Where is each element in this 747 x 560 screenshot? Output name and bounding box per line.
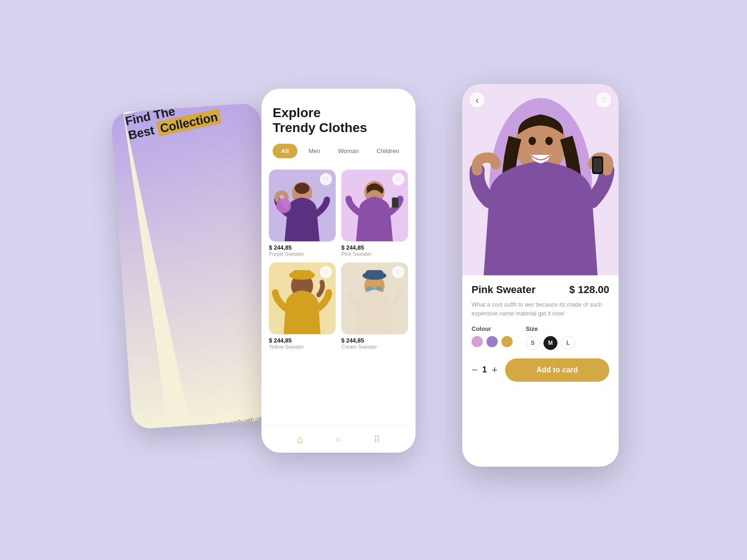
size-m[interactable]: M — [543, 336, 557, 350]
swatch-pink[interactable] — [472, 336, 483, 347]
filter-tabs: All Men Woman Children — [273, 144, 404, 158]
nav-home-icon[interactable]: ⌂ — [296, 434, 303, 446]
product-hero: ‹ ♡ — [462, 84, 619, 275]
product-card-2[interactable]: ♡ $ 244,85 Pink Sweater — [341, 169, 408, 257]
phone-1-landing: Find The Best Collection Get your dream … — [111, 103, 282, 430]
svg-point-29 — [529, 137, 536, 145]
svg-point-30 — [545, 137, 553, 145]
quantity-plus[interactable]: + — [492, 365, 498, 375]
explore-title: Explore Trendy Clothes — [273, 105, 404, 135]
filter-children[interactable]: Children — [370, 144, 405, 158]
name-3: Yellow Sweater — [269, 344, 336, 350]
phone-3-detail: ‹ ♡ — [462, 84, 619, 467]
size-option: Size S M L — [526, 325, 575, 350]
quantity-value: 1 — [482, 365, 487, 375]
explore-header: Explore Trendy Clothes All Men Woman Chi… — [261, 89, 416, 169]
svg-rect-20 — [365, 270, 383, 279]
back-button[interactable]: ‹ — [470, 92, 485, 107]
favorite-button[interactable]: ♡ — [596, 92, 611, 107]
size-s[interactable]: S — [526, 336, 540, 350]
add-to-cart-button[interactable]: Add to card — [505, 358, 609, 382]
name-2: Pink Sweater — [341, 251, 408, 257]
product-header: Pink Sweater $ 128.00 — [472, 284, 609, 296]
size-l[interactable]: L — [561, 336, 575, 350]
color-swatches — [472, 336, 513, 347]
filter-all[interactable]: All — [273, 144, 297, 158]
quantity-minus[interactable]: − — [472, 365, 478, 375]
svg-rect-12 — [392, 198, 398, 208]
tagline: Find The Best Collection — [124, 103, 282, 425]
product-name: Pink Sweater — [472, 284, 536, 296]
price-3: $ 244,85 — [269, 337, 336, 344]
product-description: What a cool outfit to wer becauce its ma… — [472, 301, 609, 319]
color-option: Colour — [472, 325, 513, 350]
bottom-nav: ⌂ ○ ⠿ — [261, 426, 416, 453]
swatch-gold[interactable] — [501, 336, 513, 347]
svg-point-8 — [295, 183, 310, 194]
detail-content: Pink Sweater $ 128.00 What a cool outfit… — [462, 275, 619, 382]
filter-men[interactable]: Men — [302, 144, 327, 158]
nav-grid-icon[interactable]: ⠿ — [374, 434, 381, 445]
svg-point-9 — [276, 199, 291, 214]
quantity-control: − 1 + — [472, 365, 498, 375]
price-2: $ 244,85 — [341, 245, 408, 251]
product-card-3[interactable]: ♡ $ 244,85 Yellow Sweater — [269, 262, 336, 350]
nav-search-icon[interactable]: ○ — [335, 434, 341, 445]
filter-woman[interactable]: Woman — [331, 144, 366, 158]
options-row: Colour Size S M L — [472, 325, 609, 350]
name-4: Cream Sweater — [341, 344, 408, 350]
products-grid: ♡ $ 244,85 Purple Sweater — [261, 169, 416, 350]
svg-rect-16 — [292, 270, 312, 279]
product-card-4[interactable]: ♡ $ 2 — [341, 262, 408, 350]
add-to-cart-row: − 1 + Add to card — [472, 358, 609, 382]
swatch-purple[interactable] — [486, 336, 498, 347]
size-label: Size — [526, 325, 575, 332]
phone-2-explore: Explore Trendy Clothes All Men Woman Chi… — [261, 89, 416, 453]
colour-label: Colour — [472, 325, 513, 332]
svg-rect-28 — [593, 158, 602, 172]
price-1: $ 244,85 — [269, 245, 336, 251]
name-1: Purple Sweater — [269, 251, 336, 257]
product-card-1[interactable]: ♡ $ 244,85 Purple Sweater — [269, 169, 336, 257]
size-buttons: S M L — [526, 336, 575, 350]
price-4: $ 244,85 — [341, 337, 408, 344]
product-price: $ 128.00 — [569, 284, 609, 296]
